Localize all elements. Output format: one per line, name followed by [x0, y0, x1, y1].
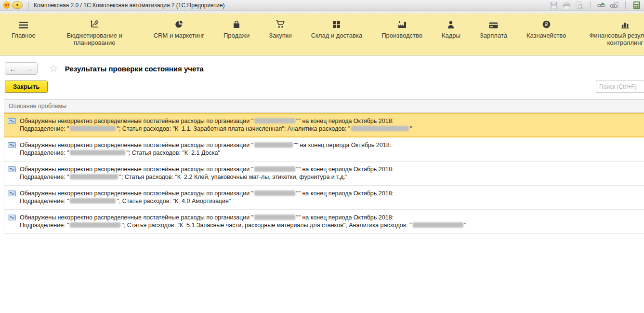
navigation-bar: ← → ☆ Результаты проверки состояния учет…	[5, 61, 644, 76]
svg-text:₽: ₽	[96, 21, 98, 24]
ribbon-section-payroll[interactable]: Зарплата	[470, 14, 517, 55]
titlebar-separator	[28, 1, 29, 9]
favorite-star-icon[interactable]: ☆	[49, 63, 58, 74]
window-titlebar: 1С ▼ Комплексная 2.0 / 1С:Комплексная ав…	[0, 0, 644, 11]
ribbon-section-finance[interactable]: Финансовый результат и контроллинг	[576, 14, 644, 55]
problem-row[interactable]: Обнаружены некорректно распределенные по…	[4, 113, 644, 137]
problem-text: "; Статья расходов: "К 5.1 Запасные част…	[121, 222, 411, 229]
problem-text: "; Статья расходов: "К 4.0 Амортизация"	[117, 198, 231, 204]
factory-icon	[398, 20, 407, 28]
problem-row[interactable]: Обнаружены некорректно распределенные по…	[4, 210, 644, 234]
redacted-text	[70, 126, 116, 131]
search-input[interactable]	[596, 81, 644, 93]
get-link-icon[interactable]	[610, 1, 618, 9]
register-record-icon	[8, 191, 16, 196]
forward-button[interactable]: →	[21, 63, 37, 74]
problem-text-line: Обнаружены некорректно распределенные по…	[20, 190, 394, 197]
problem-text: "	[410, 125, 412, 132]
pie-chart-icon	[175, 20, 183, 28]
problem-text-line: Подразделение: ""; Статья расходов: "К 1…	[20, 125, 412, 133]
redacted-text	[254, 191, 295, 196]
ribbon-section-label: Продажи	[223, 32, 250, 39]
problem-text-line: Обнаружены некорректно распределенные по…	[20, 165, 394, 173]
bar-chart-icon	[621, 20, 629, 28]
redacted-text	[413, 222, 463, 228]
problem-text: Подразделение: "	[20, 150, 69, 156]
bag-icon	[233, 20, 240, 28]
problem-text: "; Статья расходов: "К 1.1. Заработная п…	[117, 125, 350, 132]
go-to-link-icon[interactable]	[597, 1, 606, 9]
problem-text: Обнаружены некорректно распределенные по…	[20, 190, 253, 197]
ribbon-section-label: Зарплата	[480, 32, 507, 39]
problem-text: "; Статья расходов: "К 2.2 Клей, упаково…	[119, 174, 347, 180]
ribbon-section-label: Склад и доставка	[311, 32, 363, 39]
ribbon-section-warehouse[interactable]: Склад и доставка	[302, 14, 372, 55]
ribbon-section-sales[interactable]: Продажи	[214, 14, 259, 55]
back-button[interactable]: ←	[5, 63, 21, 74]
problem-row[interactable]: Обнаружены некорректно распределенные по…	[4, 162, 644, 186]
problem-description: Обнаружены некорректно распределенные по…	[20, 141, 391, 157]
redacted-text	[70, 222, 120, 228]
print-preview-icon[interactable]	[575, 1, 583, 9]
ribbon-section-crm[interactable]: CRM и маркетинг	[144, 14, 214, 55]
problem-text-line: Подразделение: ""; Статья расходов: "К 5…	[20, 221, 466, 229]
problem-description: Обнаружены некорректно распределенные по…	[20, 214, 466, 229]
ribbon-section-budgeting[interactable]: ₽Бюджетирование и планирование	[45, 14, 144, 55]
problem-description: Обнаружены некорректно распределенные по…	[20, 165, 394, 181]
menu-icon	[19, 20, 28, 28]
function-panel: Главное₽Бюджетирование и планированиеCRM…	[0, 14, 644, 56]
print-icon[interactable]	[562, 1, 571, 9]
ribbon-section-production[interactable]: Производство	[372, 14, 432, 55]
results-table: Описание проблемы Обнаружены некорректно…	[4, 99, 644, 234]
problem-text-line: Обнаружены некорректно распределенные по…	[20, 141, 391, 149]
problem-text: "" на конец периода Октябрь 2018:	[296, 118, 394, 124]
ruble-icon: ₽	[542, 20, 551, 28]
problem-text: "; Статья расходов: "К 2.1 Доска"	[126, 150, 220, 156]
save-icon[interactable]	[550, 1, 558, 9]
register-record-icon	[8, 142, 16, 148]
ribbon-section-home[interactable]: Главное	[2, 14, 45, 55]
svg-text:₽: ₽	[545, 21, 548, 27]
problem-text: Подразделение: "	[20, 222, 69, 229]
problem-row[interactable]: Обнаружены некорректно распределенные по…	[4, 186, 644, 210]
problem-text: "" на конец периода Октябрь 2018:	[296, 214, 394, 221]
problem-text-line: Подразделение: ""; Статья расходов: "К 4…	[20, 197, 394, 205]
ribbon-section-hr[interactable]: Кадры	[432, 14, 470, 55]
problem-text: "" на конец периода Октябрь 2018:	[296, 166, 394, 173]
problem-text: "" на конец периода Октябрь 2018:	[296, 190, 394, 197]
problem-row[interactable]: Обнаружены некорректно распределенные по…	[4, 137, 644, 162]
problem-description: Обнаружены некорректно распределенные по…	[20, 190, 394, 205]
close-button[interactable]: Закрыть	[5, 81, 48, 93]
problem-text: Обнаружены некорректно распределенные по…	[20, 142, 253, 149]
column-header-problem-description[interactable]: Описание проблемы	[4, 100, 644, 113]
budget-chart-icon: ₽	[90, 20, 99, 28]
redacted-text	[351, 126, 409, 131]
redacted-text	[70, 174, 118, 179]
ribbon-section-label: Закупки	[269, 32, 291, 39]
register-record-icon	[8, 118, 16, 124]
redacted-text	[254, 215, 295, 220]
ribbon-section-label: Казначейство	[526, 32, 566, 39]
problem-text-line: Обнаружены некорректно распределенные по…	[20, 214, 466, 221]
window-title: Комплексная 2.0 / 1С:Комплексная автомат…	[34, 2, 224, 9]
problem-text: Обнаружены некорректно распределенные по…	[20, 214, 253, 221]
calculator-icon[interactable]	[632, 1, 641, 9]
ribbon-section-label: Главное	[12, 32, 36, 39]
problem-text: Обнаружены некорректно распределенные по…	[20, 118, 253, 124]
ribbon-section-purchases[interactable]: Закупки	[259, 14, 301, 55]
ribbon-section-label: Кадры	[442, 32, 460, 39]
page-title: Результаты проверки состояния учета	[65, 65, 204, 73]
ribbon-section-label: Финансовый результат и контроллинг	[585, 32, 644, 46]
titlebar-separator	[590, 1, 591, 9]
1c-logo-icon: 1С	[3, 1, 10, 9]
ribbon-section-treasury[interactable]: ₽Казначейство	[517, 14, 576, 55]
redacted-text	[254, 142, 293, 148]
ribbon-section-label: CRM и маркетинг	[154, 32, 204, 39]
problem-text: "" на конец периода Октябрь 2018:	[294, 142, 391, 149]
warehouse-icon	[332, 20, 341, 28]
problem-text: Подразделение: "	[20, 198, 69, 204]
problem-text: "	[464, 222, 466, 229]
problem-text-line: Подразделение: ""; Статья расходов: "К 2…	[20, 149, 391, 157]
register-record-icon	[8, 166, 16, 172]
main-menu-dropdown-button[interactable]: ▼	[12, 1, 23, 9]
